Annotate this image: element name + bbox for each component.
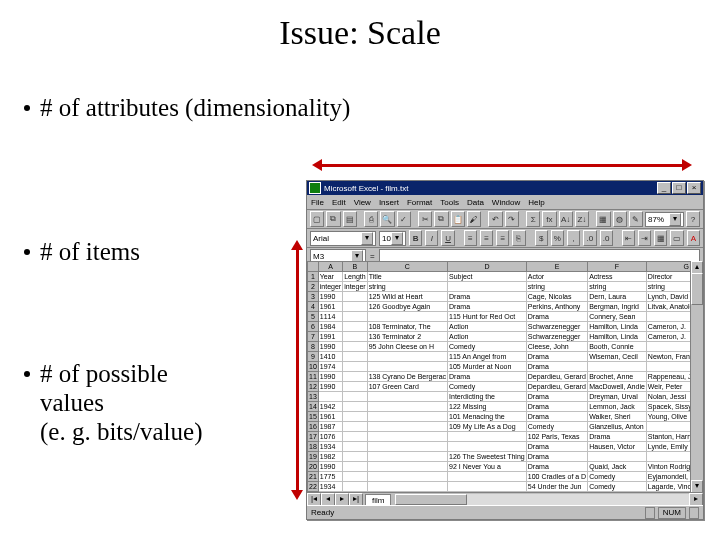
menu-insert[interactable]: Insert (379, 198, 399, 207)
cell[interactable] (343, 332, 367, 342)
cell[interactable]: Drama (526, 312, 587, 322)
cell[interactable]: Actor (526, 272, 587, 282)
column-header[interactable]: C (367, 262, 447, 272)
copy-icon[interactable]: ⧉ (434, 211, 448, 227)
row-header[interactable]: 8 (308, 342, 319, 352)
cell[interactable]: Drama (526, 402, 587, 412)
align-center-icon[interactable]: ≡ (480, 230, 493, 246)
cell[interactable] (367, 472, 447, 482)
chart-wizard-icon[interactable]: ▦ (596, 211, 610, 227)
spreadsheet-grid[interactable]: ABCDEFGHIJ 1YearLengthTitleSubjectActorA… (307, 261, 691, 493)
cell[interactable] (448, 442, 527, 452)
cell[interactable] (367, 392, 447, 402)
cell[interactable] (448, 282, 527, 292)
help-icon[interactable]: ? (686, 211, 700, 227)
cell[interactable]: Drama (526, 442, 587, 452)
cell[interactable]: Cameron, J. (646, 322, 691, 332)
align-right-icon[interactable]: ≡ (496, 230, 509, 246)
scroll-thumb[interactable] (691, 273, 703, 305)
cell[interactable] (367, 412, 447, 422)
cell[interactable]: 1990 (318, 292, 342, 302)
row-header[interactable]: 17 (308, 432, 319, 442)
autosum-icon[interactable]: Σ (526, 211, 540, 227)
cell[interactable] (448, 472, 527, 482)
menu-window[interactable]: Window (492, 198, 520, 207)
save-icon[interactable]: ▤ (343, 211, 357, 227)
cell[interactable]: 115 Hunt for Red Oct (448, 312, 527, 322)
format-painter-icon[interactable]: 🖌 (467, 211, 481, 227)
cell[interactable] (343, 322, 367, 332)
cell[interactable]: Spacek, Sissy (646, 402, 691, 412)
cell[interactable]: Lynch, David (646, 292, 691, 302)
cell[interactable]: 1990 (318, 342, 342, 352)
row-header[interactable]: 1 (308, 272, 319, 282)
cell[interactable]: Hausen, Victor (588, 442, 647, 452)
row-header[interactable]: 18 (308, 442, 319, 452)
cell[interactable]: 100 Cradles of a D (526, 472, 587, 482)
cell[interactable]: Hamilton, Linda (588, 332, 647, 342)
sort-desc-icon[interactable]: Z↓ (575, 211, 589, 227)
row-header[interactable]: 10 (308, 362, 319, 372)
cell[interactable] (343, 302, 367, 312)
cell[interactable]: Schwarzenegger (526, 322, 587, 332)
cell[interactable]: Drama (448, 302, 527, 312)
cell[interactable]: Litvak, Anatole (646, 302, 691, 312)
cell[interactable]: Stanton, Harry (646, 432, 691, 442)
cell[interactable] (367, 352, 447, 362)
scroll-thumb[interactable] (395, 494, 467, 505)
merge-icon[interactable]: ⎘ (512, 230, 525, 246)
cell[interactable] (343, 342, 367, 352)
cell[interactable]: Wiseman, Cecil (588, 352, 647, 362)
cell[interactable]: Nolan, Jessi (646, 392, 691, 402)
row-header[interactable]: 11 (308, 372, 319, 382)
close-button[interactable]: × (687, 182, 701, 194)
cell[interactable]: 1934 (318, 442, 342, 452)
new-icon[interactable]: ▢ (310, 211, 324, 227)
cell[interactable]: 115 An Angel from (448, 352, 527, 362)
cell[interactable] (646, 452, 691, 462)
cell[interactable] (343, 452, 367, 462)
cell[interactable]: Brochet, Anne (588, 372, 647, 382)
cell[interactable] (343, 352, 367, 362)
cell[interactable]: Drama (526, 412, 587, 422)
cell[interactable] (646, 312, 691, 322)
borders-icon[interactable]: ▦ (654, 230, 667, 246)
cell[interactable]: 109 My Life As a Dog (448, 422, 527, 432)
cell[interactable]: Lemmon, Jack (588, 402, 647, 412)
maximize-button[interactable]: □ (672, 182, 686, 194)
cell[interactable]: Bergman, Ingrid (588, 302, 647, 312)
cell[interactable]: 125 Wild at Heart (367, 292, 447, 302)
row-header[interactable]: 6 (308, 322, 319, 332)
cell[interactable]: Glanzelius, Anton (588, 422, 647, 432)
cell[interactable] (367, 402, 447, 412)
row-header[interactable]: 3 (308, 292, 319, 302)
cell[interactable] (343, 312, 367, 322)
cell[interactable] (343, 422, 367, 432)
column-header[interactable] (308, 262, 319, 272)
row-header[interactable]: 16 (308, 422, 319, 432)
print-icon[interactable]: ⎙ (364, 211, 378, 227)
map-icon[interactable]: ◍ (613, 211, 627, 227)
row-header[interactable]: 14 (308, 402, 319, 412)
cell[interactable]: 1114 (318, 312, 342, 322)
vertical-scrollbar[interactable]: ▴ ▾ (690, 261, 703, 493)
cell[interactable]: Action (448, 332, 527, 342)
open-icon[interactable]: ⧉ (326, 211, 340, 227)
cell[interactable]: Eyjamondell, Reynaldo (646, 472, 691, 482)
cell[interactable]: Depardieu, Gerard (526, 372, 587, 382)
row-header[interactable]: 15 (308, 412, 319, 422)
cell[interactable]: Booth, Connie (588, 342, 647, 352)
menu-file[interactable]: File (311, 198, 324, 207)
column-header[interactable]: A (318, 262, 342, 272)
cell[interactable]: Schwarzenegger (526, 332, 587, 342)
cell[interactable]: Cameron, J. (646, 332, 691, 342)
cell[interactable]: string (526, 282, 587, 292)
cell[interactable]: Young, Olive (646, 412, 691, 422)
sheet-tab[interactable]: film (365, 494, 391, 506)
cell[interactable]: Walker, Sheri (588, 412, 647, 422)
cell[interactable]: 1990 (318, 462, 342, 472)
cell[interactable]: 1076 (318, 432, 342, 442)
cell[interactable] (367, 312, 447, 322)
row-header[interactable]: 2 (308, 282, 319, 292)
fill-color-icon[interactable]: ▭ (670, 230, 683, 246)
